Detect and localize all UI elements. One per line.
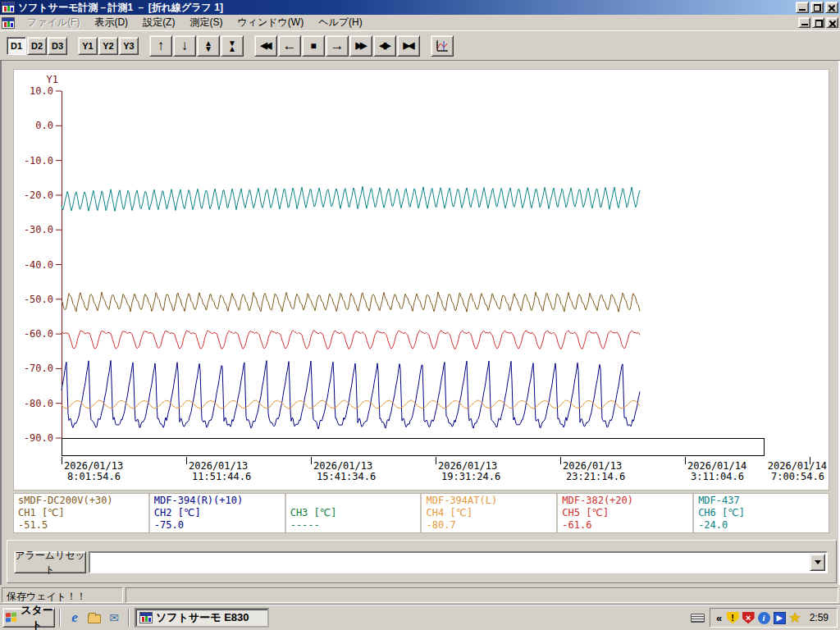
legend-cell-ch2: MDF-394(R)(+10)CH2 [℃]-75.0	[148, 494, 285, 532]
window-title: ソフトサーモ計測－計測1 － [折れ線グラフ 1]	[18, 1, 796, 15]
menu-s[interactable]: 測定(S)	[182, 14, 230, 31]
svg-text:0.0: 0.0	[35, 120, 53, 131]
graph-setup-icon	[435, 39, 450, 53]
scroll-up-button[interactable]: ↑	[149, 35, 172, 57]
show-desktop-icon[interactable]	[87, 610, 102, 625]
menu-f: ファイル(F)	[20, 14, 87, 31]
svg-text:2026/01/13: 2026/01/13	[313, 460, 372, 472]
close-button[interactable]	[826, 17, 838, 28]
internet-explorer-icon[interactable]: e	[67, 610, 82, 625]
alarm-combobox-value[interactable]	[90, 553, 809, 572]
compress-horizontal-button[interactable]: ▶◀	[397, 35, 420, 57]
graph-setup-button[interactable]	[431, 35, 454, 57]
scroll-up-icon: ↑	[158, 39, 165, 52]
security-alert-shield-icon[interactable]: ×	[742, 612, 755, 624]
y3-button[interactable]: Y3	[119, 37, 139, 55]
title-bar: ソフトサーモ計測－計測1 － [折れ線グラフ 1]	[0, 0, 840, 15]
line-chart: Y110.00.0-10.0-20.0-30.0-40.0-50.0-60.0-…	[13, 69, 829, 491]
quick-launch: e✉	[61, 610, 128, 625]
minimize-icon	[801, 24, 808, 25]
menu-z[interactable]: 設定(Z)	[135, 14, 182, 31]
scroll-down-button[interactable]: ↓	[173, 35, 196, 57]
start-button[interactable]: スタート	[2, 608, 55, 628]
channel-legend: sMDF-DC200V(+30)CH1 [℃]-51.5MDF-394(R)(+…	[13, 493, 829, 533]
menu-h[interactable]: ヘルプ(H)	[311, 14, 370, 31]
svg-text:8:01:54.6: 8:01:54.6	[67, 471, 121, 482]
minimize-button[interactable]	[798, 17, 810, 28]
series-ch5	[62, 331, 640, 349]
svg-text:3:11:04.6: 3:11:04.6	[691, 471, 744, 482]
svg-text:-90.0: -90.0	[24, 432, 53, 444]
system-tray: «!×i▶★ 2:59	[710, 608, 838, 628]
stop-button[interactable]: ■	[302, 35, 325, 57]
task-button-softthermo[interactable]: ソフトサーモ E830	[135, 608, 269, 628]
svg-text:2026/01/13: 2026/01/13	[189, 460, 248, 472]
d1-button[interactable]: D1	[7, 37, 26, 55]
info-balloon-icon[interactable]: i	[758, 612, 770, 624]
fast-rewind-button[interactable]: ◀◀	[254, 35, 277, 57]
security-warning-shield-icon[interactable]: !	[727, 612, 739, 624]
svg-text:-60.0: -60.0	[24, 328, 53, 340]
menu-bar: ファイル(F)表示(D)設定(Z)測定(S)ウィンドウ(W)ヘルプ(H)	[0, 15, 840, 31]
scroll-right-icon: →	[331, 39, 345, 52]
taskbar-divider	[128, 609, 130, 627]
y-axis-title: Y1	[47, 74, 58, 85]
series-ch1	[62, 292, 640, 312]
chevron-down-icon	[815, 560, 821, 568]
mdi-child-icon	[2, 17, 15, 29]
restore-icon	[815, 20, 823, 27]
alarm-panel: アラームリセット	[7, 540, 837, 583]
svg-text:2026/01/13: 2026/01/13	[64, 460, 123, 472]
menu-d[interactable]: 表示(D)	[87, 14, 135, 31]
fast-forward-icon: ▶▶	[358, 41, 365, 50]
compress-vertical-button[interactable]: ▼▲	[221, 35, 244, 57]
close-icon	[829, 20, 837, 27]
scroll-down-icon: ↓	[181, 39, 189, 52]
application-window: ソフトサーモ計測－計測1 － [折れ線グラフ 1] ファイル(F)表示(D)設定…	[0, 0, 840, 630]
mdi-window-controls	[798, 17, 838, 28]
svg-text:-20.0: -20.0	[24, 189, 53, 201]
star-icon[interactable]: ★	[789, 612, 801, 624]
close-icon	[828, 4, 836, 11]
status-bar: 保存ウェイト！！	[0, 585, 840, 605]
expand-horizontal-icon: ◀▶	[381, 41, 389, 50]
svg-text:-80.0: -80.0	[24, 398, 53, 409]
svg-text:11:51:44.6: 11:51:44.6	[192, 471, 251, 482]
y1-button[interactable]: Y1	[78, 37, 98, 55]
outlook-express-icon[interactable]: ✉	[107, 610, 121, 625]
taskbar: スタート e✉ ソフトサーモ E830 «!×i▶★ 2:59	[0, 605, 840, 630]
svg-text:-50.0: -50.0	[24, 294, 53, 305]
combobox-dropdown-button[interactable]	[810, 554, 825, 571]
series-ch2	[62, 360, 640, 429]
media-player-icon[interactable]: ▶	[774, 612, 786, 624]
y2-button[interactable]: Y2	[98, 37, 118, 55]
scroll-right-button[interactable]: →	[326, 35, 349, 57]
legend-cell-ch4: MDF-394AT(L)CH4 [℃]-80.7	[420, 494, 556, 532]
start-label: スタート	[20, 603, 54, 630]
scroll-left-button[interactable]: ←	[278, 35, 301, 57]
alarm-combobox[interactable]	[89, 551, 828, 573]
legend-cell-ch1: sMDF-DC200V(+30)CH1 [℃]-51.5	[14, 494, 148, 532]
alarm-reset-button[interactable]: アラームリセット	[14, 551, 86, 573]
hide-icons-chevron-icon[interactable]: «	[715, 612, 724, 624]
svg-text:2026/01/13: 2026/01/13	[438, 460, 497, 472]
svg-text:-10.0: -10.0	[24, 155, 53, 167]
taskbar-clock: 2:59	[805, 612, 832, 623]
toolbar: D1D2D3Y1Y2Y3↑↓▲▼▼▲◀◀←■→▶▶◀▶▶◀	[0, 31, 840, 61]
task-app-icon	[139, 612, 153, 623]
d2-button[interactable]: D2	[27, 37, 47, 55]
expand-horizontal-button[interactable]: ◀▶	[373, 35, 396, 57]
compress-vertical-icon: ▼▲	[228, 40, 236, 52]
keyboard-layout-icon[interactable]	[691, 614, 705, 623]
restore-button[interactable]	[810, 2, 824, 13]
restore-button[interactable]	[812, 17, 824, 28]
close-button[interactable]	[825, 2, 838, 13]
fast-forward-button[interactable]: ▶▶	[349, 35, 372, 57]
legend-cell-ch6: MDF-437CH6 [℃]-24.0	[692, 494, 829, 532]
minimize-button[interactable]	[796, 2, 809, 13]
status-secondary	[126, 587, 838, 603]
menu-w[interactable]: ウィンドウ(W)	[230, 14, 311, 31]
d3-button[interactable]: D3	[48, 37, 67, 55]
window-controls	[796, 2, 838, 13]
expand-vertical-button[interactable]: ▲▼	[197, 35, 220, 57]
